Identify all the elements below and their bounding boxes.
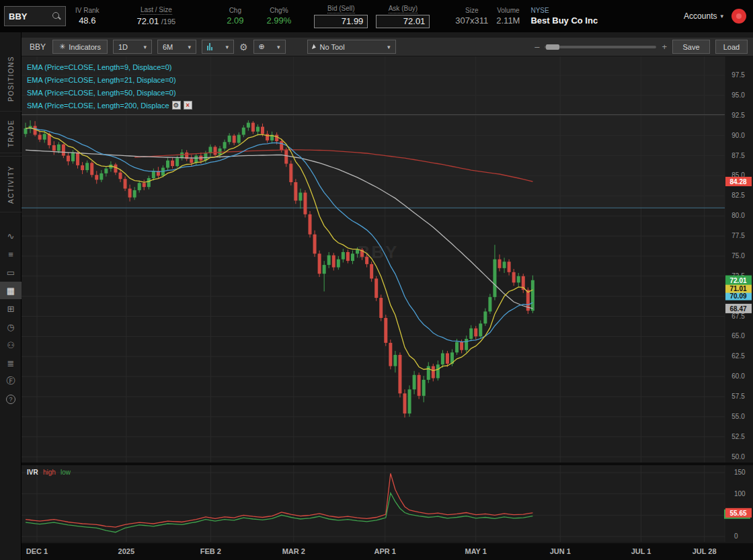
chg-field: Chg 2.09	[227, 7, 243, 26]
top-quote-bar: BBY IV Rank 48.6 Last / Size 72.01 /195 …	[0, 0, 753, 32]
chart-settings-gear-icon[interactable]: ⚙	[239, 42, 248, 52]
svg-text:57.5: 57.5	[731, 393, 745, 400]
svg-text:IVR: IVR	[27, 469, 38, 476]
grid-icon[interactable]: ⊞	[0, 300, 22, 317]
sidebar-tab-activity[interactable]: ACTIVITY	[0, 156, 22, 212]
accounts-label: Accounts	[684, 11, 717, 21]
volume-value: 2.11M	[496, 15, 520, 26]
chart-page: BBY ✳ Indicators 1D ▾ 6M ▾ ▾ ⚙ ⊕ ▾	[22, 32, 753, 560]
indicator-settings-gear-icon[interactable]: ⚙	[172, 101, 181, 110]
svg-text:90.0: 90.0	[731, 132, 745, 139]
legend-row-ema9[interactable]: EMA (Price=CLOSE, Length=9, Displace=0)	[27, 61, 192, 73]
indicators-button[interactable]: ✳ Indicators	[52, 40, 108, 54]
toolbar-symbol: BBY	[30, 42, 46, 52]
bid-input[interactable]: 71.99	[314, 15, 368, 28]
sidebar-tab-positions[interactable]: POSITIONS	[0, 47, 22, 112]
svg-text:84.28: 84.28	[729, 178, 746, 186]
history-icon[interactable]: ◷	[0, 318, 22, 335]
zoom-slider-handle[interactable]	[546, 44, 559, 50]
svg-text:60.0: 60.0	[731, 372, 745, 380]
svg-text:2025: 2025	[118, 547, 134, 555]
search-icon[interactable]	[52, 11, 61, 21]
legend-row-sma200[interactable]: SMA (Price=CLOSE, Length=200, Displace ⚙…	[27, 99, 192, 112]
svg-text:75.0: 75.0	[731, 252, 745, 259]
zoom-in-button[interactable]: +	[662, 42, 667, 52]
compare-dropdown[interactable]: ⊕ ▾	[253, 40, 286, 54]
svg-text:low: low	[61, 469, 71, 476]
orders-icon[interactable]: ▭	[0, 264, 22, 281]
company-field: NYSE Best Buy Co Inc	[530, 7, 598, 26]
sidebar-tab-trade[interactable]: TRADE	[0, 114, 22, 153]
svg-text:62.5: 62.5	[731, 352, 745, 360]
chart-toolbar: BBY ✳ Indicators 1D ▾ 6M ▾ ▾ ⚙ ⊕ ▾	[22, 38, 753, 56]
legend-row-ema21[interactable]: EMA (Price=CLOSE, Length=21, Displace=0)	[27, 73, 192, 86]
bid-field: Bid (Sell) 71.99	[314, 5, 368, 28]
chg-label: Chg	[229, 7, 241, 14]
svg-text:150: 150	[734, 469, 746, 476]
price-chart[interactable]: 97.595.092.590.087.585.082.580.077.575.0…	[22, 56, 753, 560]
help-icon[interactable]: ?	[0, 391, 22, 408]
svg-text:65.0: 65.0	[731, 332, 745, 339]
ask-field: Ask (Buy) 72.01	[376, 5, 430, 28]
bid-label: Bid (Sell)	[327, 5, 355, 13]
svg-text:JUL 1: JUL 1	[631, 547, 651, 555]
svg-text:0: 0	[734, 532, 738, 540]
save-button[interactable]: Save	[672, 40, 710, 54]
compare-icon: ⊕	[259, 42, 265, 51]
svg-text:52.5: 52.5	[731, 433, 745, 440]
indicators-icon: ✳	[59, 42, 65, 51]
analysis-icon[interactable]: ∿	[0, 227, 22, 245]
ft-icon[interactable]: Ⓕ	[0, 372, 22, 390]
svg-text:MAR 2: MAR 2	[282, 547, 305, 555]
exchange-label: NYSE	[530, 7, 549, 14]
svg-text:MAY 1: MAY 1	[465, 547, 487, 555]
svg-text:high: high	[43, 469, 56, 476]
svg-text:JUL 28: JUL 28	[692, 547, 717, 555]
load-button[interactable]: Load	[715, 40, 748, 54]
price-tag: 68.47	[725, 304, 752, 313]
ask-input[interactable]: 72.01	[376, 15, 430, 28]
svg-text:72.01: 72.01	[729, 277, 746, 284]
layers-icon[interactable]: ≣	[0, 354, 22, 372]
svg-text:55.0: 55.0	[731, 413, 745, 420]
chg-pct-label: Chg%	[270, 7, 288, 14]
legend-row-sma50[interactable]: SMA (Price=CLOSE, Length=50, Displace=0)	[27, 86, 192, 99]
follow-icon[interactable]: ⚇	[0, 336, 22, 354]
last-size-label: Last / Size	[141, 6, 172, 15]
volume-field: Volume 2.11M	[496, 7, 520, 26]
timeframe-dropdown[interactable]: 1D ▾	[113, 40, 152, 54]
cursor-icon	[311, 44, 316, 50]
size-label: Size	[465, 7, 478, 14]
iv-rank-value: 48.6	[79, 15, 95, 26]
svg-text:82.5: 82.5	[731, 192, 745, 199]
svg-text:DEC 1: DEC 1	[26, 547, 48, 555]
chevron-down-icon: ▾	[277, 44, 280, 50]
drawing-tool-dropdown[interactable]: No Tool ▾	[307, 40, 396, 54]
chevron-down-icon: ▾	[188, 44, 191, 50]
size-field: Size 307x311	[455, 7, 488, 26]
svg-text:67.5: 67.5	[731, 313, 745, 320]
svg-text:100: 100	[734, 490, 746, 497]
symbol-value: BBY	[9, 11, 27, 22]
ask-label: Ask (Buy)	[389, 5, 418, 13]
chart-icon[interactable]: ▦	[0, 282, 22, 299]
iv-rank-label: IV Rank	[75, 7, 100, 14]
accounts-button[interactable]: Accounts ▾	[684, 11, 723, 21]
svg-text:APR 1: APR 1	[374, 547, 396, 555]
svg-text:80.0: 80.0	[731, 212, 745, 219]
svg-text:55.65: 55.65	[729, 510, 746, 517]
symbol-search-box[interactable]: BBY	[4, 6, 66, 26]
svg-text:77.5: 77.5	[731, 232, 745, 239]
candles-icon	[207, 43, 212, 50]
chg-value: 2.09	[227, 15, 243, 26]
svg-text:70.09: 70.09	[729, 292, 746, 300]
zoom-out-button[interactable]: –	[534, 42, 539, 52]
indicator-remove-icon[interactable]: ×	[184, 101, 192, 110]
zoom-slider[interactable]	[545, 46, 656, 48]
watchlist-icon[interactable]: ≡	[0, 245, 22, 263]
volume-label: Volume	[497, 7, 519, 14]
chevron-down-icon: ▾	[143, 44, 147, 50]
range-dropdown[interactable]: 6M ▾	[157, 40, 196, 54]
chart-type-dropdown[interactable]: ▾	[202, 40, 234, 54]
notification-button[interactable]	[731, 9, 746, 24]
